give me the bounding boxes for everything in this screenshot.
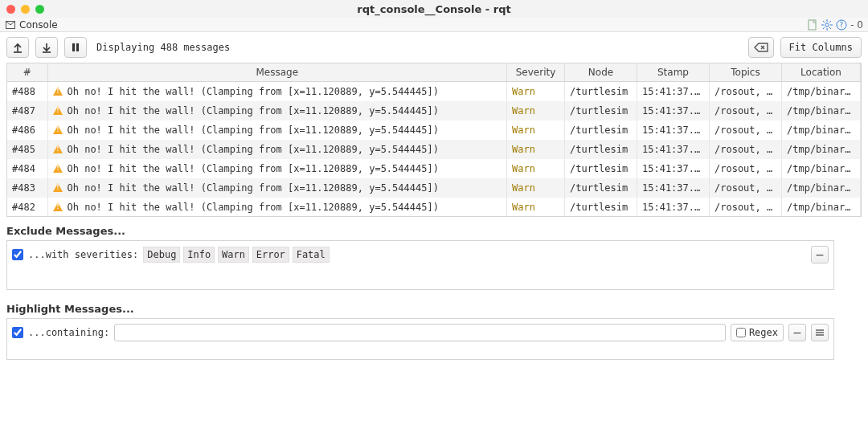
highlight-header: Highlight Messages... [0, 295, 868, 318]
warning-icon [53, 145, 63, 153]
warning-icon [53, 87, 63, 96]
svg-rect-15 [72, 43, 75, 51]
clear-button[interactable] [748, 37, 774, 58]
svg-line-10 [829, 21, 831, 22]
close-window-button[interactable] [6, 5, 15, 14]
svg-rect-1 [809, 20, 816, 30]
col-header-topics[interactable]: Topics [710, 63, 782, 82]
warning-icon [53, 202, 63, 211]
table-row[interactable]: #487Oh no! I hit the wall! (Clamping fro… [7, 101, 861, 120]
message-count-label: Displaying 488 messages [93, 42, 230, 53]
document-icon[interactable] [807, 19, 818, 31]
severity-chip[interactable]: Debug [143, 247, 180, 263]
table-row[interactable]: #485Oh no! I hit the wall! (Clamping fro… [7, 140, 861, 159]
pause-button[interactable] [64, 37, 87, 58]
svg-text:?: ? [840, 21, 844, 29]
col-header-stamp[interactable]: Stamp [637, 63, 710, 82]
messages-table[interactable]: # Message Severity Node Stamp Topics Loc… [6, 63, 862, 217]
exclude-section: ...with severities: Debug Info Warn Erro… [6, 240, 862, 290]
severity-chip[interactable]: Info [183, 247, 215, 263]
highlight-label: ...containing: [28, 327, 109, 338]
table-row[interactable]: #484Oh no! I hit the wall! (Clamping fro… [7, 159, 861, 178]
gear-icon[interactable] [821, 19, 833, 31]
help-icon[interactable]: ? [836, 19, 847, 31]
highlight-section: ...containing: Regex − + [6, 318, 862, 360]
regex-checkbox[interactable] [736, 328, 746, 337]
col-header-message[interactable]: Message [47, 63, 507, 82]
highlight-checkbox[interactable] [12, 327, 23, 338]
col-header-severity[interactable]: Severity [507, 63, 565, 82]
table-row[interactable]: #488Oh no! I hit the wall! (Clamping fro… [7, 82, 861, 101]
exclude-label: ...with severities: [28, 249, 138, 260]
severity-chip[interactable]: Warn [218, 247, 249, 263]
warning-icon [53, 106, 63, 115]
regex-label: Regex [749, 327, 778, 338]
warning-icon [53, 164, 63, 173]
col-header-location[interactable]: Location [782, 63, 861, 82]
maximize-window-button[interactable] [35, 5, 44, 14]
svg-point-2 [825, 22, 829, 26]
mail-icon [5, 19, 16, 31]
regex-toggle[interactable]: Regex [731, 324, 784, 341]
highlight-extra-button[interactable] [811, 324, 829, 341]
svg-line-7 [823, 21, 825, 22]
exclude-checkbox[interactable] [12, 249, 23, 260]
tab-console[interactable]: Console [16, 19, 58, 31]
table-row[interactable]: #486Oh no! I hit the wall! (Clamping fro… [7, 120, 861, 140]
warning-icon [53, 183, 63, 192]
table-row[interactable]: #483Oh no! I hit the wall! (Clamping fro… [7, 178, 861, 198]
warning-icon [53, 125, 63, 134]
svg-rect-16 [76, 43, 79, 51]
severity-chip[interactable]: Error [252, 247, 289, 263]
col-header-node[interactable]: Node [565, 63, 637, 82]
exclude-header: Exclude Messages... [0, 217, 868, 240]
load-button[interactable] [6, 37, 29, 58]
toolbar: Displaying 488 messages Fit Columns [0, 32, 868, 63]
fit-columns-button[interactable]: Fit Columns [780, 37, 862, 58]
exclude-remove-button[interactable]: − [811, 246, 829, 263]
highlight-input[interactable] [114, 324, 726, 341]
svg-line-9 [823, 27, 825, 29]
severity-chip[interactable]: Fatal [293, 247, 330, 263]
minimize-window-button[interactable] [21, 5, 30, 14]
table-header-row[interactable]: # Message Severity Node Stamp Topics Loc… [7, 63, 861, 82]
highlight-panel: ...containing: Regex − [6, 318, 834, 360]
window-title: rqt_console__Console - rqt [0, 3, 868, 15]
svg-line-8 [829, 27, 831, 29]
col-header-num[interactable]: # [7, 63, 47, 82]
tabstrip-counter: - 0 [850, 19, 863, 31]
exclude-panel: ...with severities: Debug Info Warn Erro… [6, 240, 834, 290]
window-controls [6, 5, 44, 14]
save-button[interactable] [35, 37, 58, 58]
highlight-remove-button[interactable]: − [788, 324, 806, 341]
table-row[interactable]: #482Oh no! I hit the wall! (Clamping fro… [7, 198, 861, 217]
titlebar: rqt_console__Console - rqt [0, 0, 868, 18]
tabstrip: Console ? - 0 [0, 18, 868, 32]
